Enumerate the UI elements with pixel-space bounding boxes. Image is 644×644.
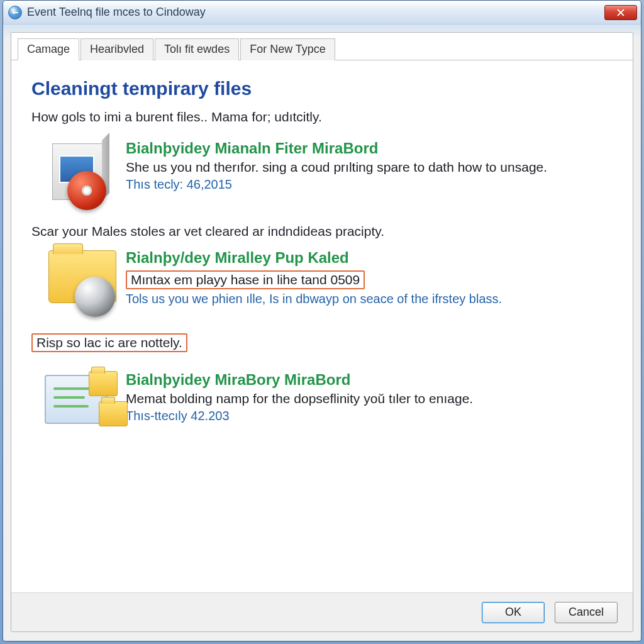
client-area: Camage Hearibvled Tolı fit ewdes For New… bbox=[11, 32, 633, 632]
entry-2-desc: Memat bolding namp for the dopseflinity … bbox=[126, 391, 613, 406]
window-title: Event Teelnq file mces to Cindoway bbox=[27, 6, 604, 19]
entry-0-desc: She us you nd therıfor. sing a coud prıl… bbox=[126, 160, 613, 175]
entry-2-title[interactable]: Bialnþyidey MiraBory MiraBord bbox=[126, 371, 613, 389]
entry-1-lead: Scar your Males stoles ar vet cleared ar… bbox=[31, 224, 384, 239]
entry-1: Rialnþy/dey Miralley Pup Kaled Mıntax em… bbox=[31, 248, 613, 317]
cancel-button[interactable]: Cancel bbox=[555, 602, 618, 623]
entry-0-icon bbox=[31, 138, 126, 208]
entry-2-lead: Risp so lac ic are nottely. bbox=[31, 333, 187, 352]
entry-1-title[interactable]: Rialnþy/dey Miralley Pup Kaled bbox=[126, 249, 613, 267]
dialog-footer: OK Cancel bbox=[11, 592, 633, 631]
tab-1[interactable]: Hearibvled bbox=[80, 38, 153, 60]
tab-3[interactable]: For New Typce bbox=[240, 38, 335, 60]
entry-2-sub: Thıs-ttecıly 42.203 bbox=[126, 409, 613, 423]
ok-button[interactable]: OK bbox=[482, 602, 545, 623]
entry-1-icon bbox=[31, 248, 126, 317]
entry-0-title[interactable]: Bialnþyidey Mianaln Fiter MiraBord bbox=[126, 140, 613, 157]
entry-1-desc: Mıntax em playy hase in lihe tand 0509 bbox=[126, 270, 365, 289]
entry-0-sub: Thıs tecly: 46,2015 bbox=[126, 177, 613, 192]
close-button[interactable] bbox=[604, 5, 637, 20]
entry-1-sub: Tols us you we phien ılle, Is in dbwayp … bbox=[126, 292, 613, 306]
entry-0: Bialnþyidey Mianaln Fiter MiraBord She u… bbox=[31, 138, 613, 208]
entry-2-icon bbox=[31, 370, 126, 439]
tab-strip: Camage Hearibvled Tolı fit ewdes For New… bbox=[11, 33, 633, 60]
software-box-icon bbox=[41, 138, 116, 208]
tab-2[interactable]: Tolı fit ewdes bbox=[155, 38, 239, 60]
monitor-folders-icon bbox=[41, 370, 116, 439]
tab-content: Cleaningt tempirary files How gols to im… bbox=[11, 60, 633, 439]
section-title: Cleaningt tempirary files bbox=[31, 78, 613, 99]
entry-2: Bialnþyidey MiraBory MiraBord Memat bold… bbox=[31, 370, 613, 439]
app-icon bbox=[8, 6, 22, 19]
titlebar: Event Teelnq file mces to Cindoway bbox=[3, 1, 641, 25]
section-intro: How gols to imi a burent files.. Mama fo… bbox=[31, 109, 613, 125]
close-icon bbox=[616, 8, 625, 17]
folder-ball-icon bbox=[41, 248, 116, 317]
dialog-window: Event Teelnq file mces to Cindoway Camag… bbox=[3, 0, 641, 641]
tab-0[interactable]: Camage bbox=[18, 38, 79, 60]
